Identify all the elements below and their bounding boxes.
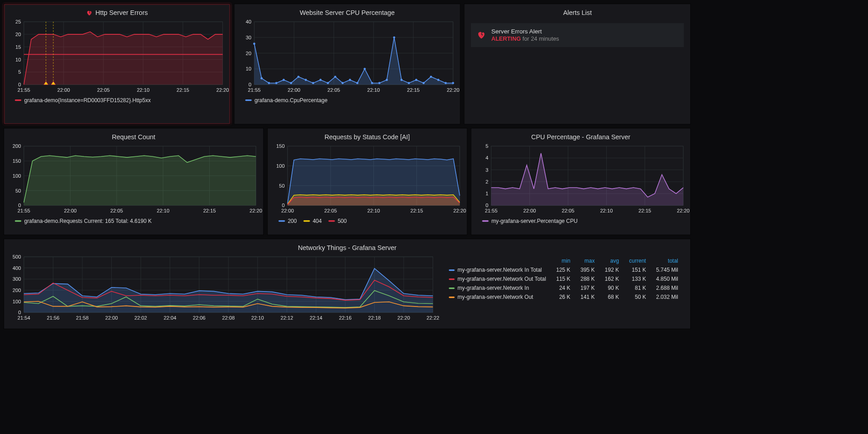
svg-text:100: 100 [13, 299, 21, 304]
svg-point-67 [371, 82, 373, 84]
svg-text:21:55: 21:55 [18, 87, 30, 93]
panel-title: CPU Percentage - Grafana Server [471, 128, 690, 143]
svg-text:22:00: 22:00 [288, 87, 300, 93]
svg-text:22:20: 22:20 [217, 87, 229, 93]
svg-point-77 [444, 82, 447, 84]
svg-text:22:08: 22:08 [222, 315, 235, 321]
svg-text:22:04: 22:04 [164, 315, 176, 321]
svg-point-62 [334, 75, 336, 78]
svg-text:0: 0 [18, 203, 21, 208]
svg-text:22:16: 22:16 [339, 315, 352, 321]
svg-point-78 [452, 82, 454, 84]
svg-point-65 [356, 82, 359, 84]
svg-text:5: 5 [486, 143, 488, 149]
svg-text:21:56: 21:56 [47, 315, 59, 321]
svg-text:22:20: 22:20 [397, 315, 410, 321]
svg-text:1: 1 [486, 191, 488, 196]
svg-point-72 [408, 82, 410, 84]
svg-text:3: 3 [486, 167, 488, 173]
svg-point-59 [312, 82, 314, 84]
svg-text:15: 15 [15, 44, 21, 50]
svg-text:150: 150 [276, 143, 285, 149]
svg-text:22:05: 22:05 [110, 208, 123, 213]
svg-text:22:12: 22:12 [280, 315, 293, 321]
svg-text:0: 0 [486, 203, 488, 208]
svg-point-70 [393, 36, 395, 38]
alert-state: ALERTING for 24 minutes [491, 35, 559, 42]
chart-cpu-grafana[interactable]: 01234521:5522:0022:0522:1022:1522:20 [471, 143, 690, 216]
chart-http-errors[interactable]: 051015202521:5522:0022:0522:1022:1522:20 [4, 19, 230, 95]
svg-text:22:05: 22:05 [561, 208, 574, 213]
svg-text:22:00: 22:00 [105, 315, 118, 321]
svg-text:200: 200 [13, 288, 21, 293]
svg-point-54 [275, 82, 278, 84]
panel-cpu-grafana[interactable]: CPU Percentage - Grafana Server 01234521… [471, 128, 691, 235]
svg-text:22:10: 22:10 [367, 87, 380, 93]
svg-text:5: 5 [18, 69, 21, 75]
svg-text:22:00: 22:00 [64, 208, 76, 213]
svg-text:40: 40 [245, 19, 251, 24]
svg-text:22:20: 22:20 [677, 208, 689, 213]
svg-point-73 [415, 79, 417, 81]
alert-item[interactable]: Server Errors Alert ALERTING for 24 minu… [471, 23, 684, 47]
panel-status-codes[interactable]: Requests by Status Code [AI] 05010015022… [267, 128, 467, 235]
chart-status-codes[interactable]: 05010015022:0022:0522:1022:1522:20 [268, 143, 467, 216]
svg-text:100: 100 [276, 163, 285, 169]
chart-network[interactable]: 010020030040050021:5421:5621:5822:0022:0… [4, 254, 440, 323]
svg-text:50: 50 [279, 183, 284, 189]
table-row[interactable]: my-grafana-server.Network In24 K197 K90 … [444, 283, 684, 292]
svg-text:22:00: 22:00 [57, 87, 70, 93]
network-legend-table: min max avg current total my-grafana-ser… [444, 256, 684, 301]
svg-text:22:10: 22:10 [251, 315, 264, 321]
panel-cpu[interactable]: Website Server CPU Percentage 0102030402… [234, 4, 460, 124]
svg-text:200: 200 [13, 143, 21, 149]
svg-point-55 [283, 79, 285, 81]
svg-text:21:55: 21:55 [485, 208, 497, 213]
table-row[interactable]: my-grafana-server.Network In Total125 K3… [444, 265, 684, 274]
svg-text:22:05: 22:05 [324, 208, 337, 213]
legend: grafana-demo{Instance=RD0003FFD15282}.Ht… [4, 95, 230, 107]
svg-text:0: 0 [18, 310, 21, 315]
svg-point-69 [386, 79, 388, 81]
svg-text:21:55: 21:55 [18, 208, 30, 213]
panel-title: Http Server Errors [4, 4, 230, 19]
table-row[interactable]: my-grafana-server.Network Out26 K141 K68… [444, 292, 684, 301]
svg-point-74 [422, 82, 425, 84]
svg-text:20: 20 [245, 51, 251, 56]
svg-text:21:58: 21:58 [76, 315, 89, 321]
svg-point-52 [260, 77, 263, 80]
svg-point-61 [327, 82, 329, 84]
panel-title: Website Server CPU Percentage [234, 4, 460, 19]
svg-point-76 [437, 79, 439, 81]
chart-request-count[interactable]: 05010015020021:5522:0022:0522:1022:1522:… [4, 143, 263, 216]
svg-text:300: 300 [13, 276, 21, 282]
panel-alerts-list[interactable]: Alerts List Server Errors Alert ALERTING… [464, 4, 691, 124]
panel-request-count[interactable]: Request Count 05010015020021:5522:0022:0… [4, 128, 264, 235]
svg-point-60 [319, 79, 321, 81]
panel-network[interactable]: Networky Things - Grafana Server 0100200… [4, 239, 691, 329]
svg-point-56 [290, 82, 292, 84]
table-row[interactable]: my-grafana-server.Network Out Total115 K… [444, 274, 684, 283]
svg-text:22:15: 22:15 [407, 87, 420, 93]
svg-text:22:15: 22:15 [177, 87, 189, 93]
svg-point-51 [253, 42, 255, 45]
svg-text:22:06: 22:06 [193, 315, 206, 321]
panel-title: Networky Things - Grafana Server [4, 239, 690, 254]
svg-point-68 [378, 82, 381, 84]
legend: my-grafana-server.Percentage CPU [471, 216, 690, 227]
svg-point-71 [400, 79, 402, 81]
svg-text:500: 500 [13, 254, 21, 259]
svg-text:0: 0 [248, 82, 251, 87]
svg-text:10: 10 [245, 66, 251, 71]
svg-text:10: 10 [15, 57, 21, 62]
svg-text:22:00: 22:00 [523, 208, 536, 213]
broken-heart-icon [86, 9, 92, 16]
broken-heart-icon [477, 30, 486, 40]
panel-http-errors[interactable]: Http Server Errors 051015202521:5522:002… [4, 4, 230, 124]
svg-text:22:05: 22:05 [97, 87, 110, 93]
svg-point-58 [305, 79, 307, 81]
alert-name: Server Errors Alert [491, 28, 559, 35]
svg-text:22:10: 22:10 [157, 208, 170, 213]
svg-text:22:15: 22:15 [410, 208, 423, 213]
chart-cpu[interactable]: 01020304021:5522:0022:0522:1022:1522:20 [234, 19, 460, 95]
